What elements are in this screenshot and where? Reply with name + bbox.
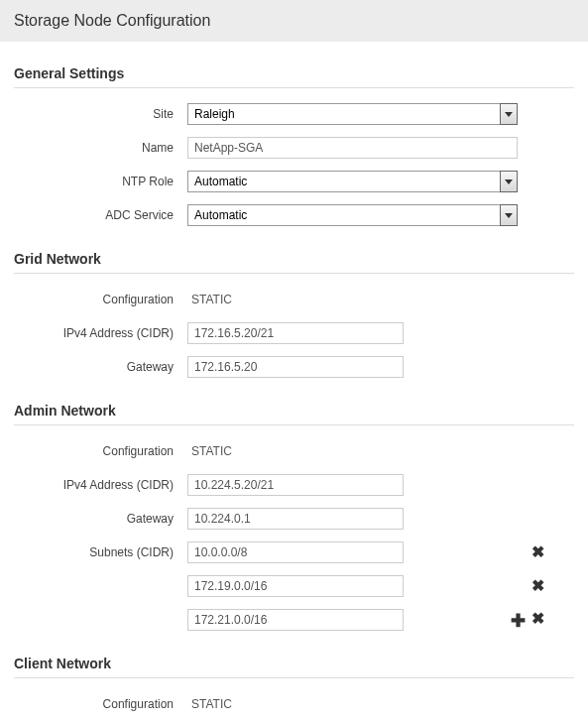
site-select[interactable] [187, 103, 518, 125]
control-cell [187, 171, 574, 192]
label-grid-gateway: Gateway [14, 360, 187, 374]
control-cell [187, 103, 574, 125]
client-config-value: STATIC [187, 697, 232, 711]
row-admin-subnet-2: ✚ ✖ [14, 608, 574, 632]
label-client-config: Configuration [14, 697, 187, 711]
section-rule [14, 424, 574, 425]
label-site: Site [14, 107, 187, 121]
control-cell: STATIC [187, 444, 574, 458]
ntp-select-wrap [187, 171, 518, 192]
admin-subnet-input[interactable] [187, 541, 404, 563]
row-admin-config: Configuration STATIC [14, 439, 574, 463]
label-adc: ADC Service [14, 208, 187, 222]
adc-select[interactable] [187, 204, 518, 226]
section-rule [14, 677, 574, 678]
section-rule [14, 273, 574, 274]
grid-gateway-input[interactable] [187, 356, 404, 378]
label-admin-config: Configuration [14, 444, 187, 458]
section-rule [14, 87, 574, 88]
page-title: Storage Node Configuration [14, 12, 574, 30]
admin-subnet-input[interactable] [187, 575, 404, 597]
admin-ipv4-input[interactable] [187, 474, 404, 496]
control-cell [187, 356, 574, 378]
name-input[interactable] [187, 137, 518, 159]
adc-select-wrap [187, 204, 518, 226]
row-actions: ✚ ✖ [511, 611, 544, 629]
control-cell: STATIC [187, 293, 574, 306]
control-cell: ✖ [187, 575, 574, 597]
label-admin-ipv4: IPv4 Address (CIDR) [14, 478, 187, 492]
row-grid-config: Configuration STATIC [14, 288, 574, 311]
label-admin-gateway: Gateway [14, 512, 187, 526]
admin-config-value: STATIC [187, 444, 232, 458]
row-adc: ADC Service [14, 203, 574, 227]
label-name: Name [14, 141, 187, 155]
remove-icon[interactable]: ✖ [531, 611, 544, 629]
label-grid-config: Configuration [14, 293, 187, 306]
admin-subnet-input[interactable] [187, 609, 404, 631]
row-actions: ✖ [531, 578, 544, 594]
label-grid-ipv4: IPv4 Address (CIDR) [14, 326, 187, 340]
row-admin-gateway: Gateway [14, 507, 574, 531]
section-title-admin: Admin Network [14, 403, 574, 419]
control-cell: STATIC [187, 697, 574, 711]
header-bar: Storage Node Configuration [0, 0, 588, 42]
section-title-client: Client Network [14, 656, 574, 671]
label-admin-subnets: Subnets (CIDR) [14, 545, 187, 559]
control-cell [187, 322, 574, 344]
label-ntp: NTP Role [14, 175, 187, 188]
row-actions: ✖ [531, 544, 544, 560]
control-cell [187, 204, 574, 226]
row-grid-ipv4: IPv4 Address (CIDR) [14, 321, 574, 345]
row-site: Site [14, 102, 574, 126]
add-icon[interactable]: ✚ [511, 612, 526, 630]
row-client-config: Configuration STATIC [14, 692, 574, 716]
row-ntp: NTP Role [14, 170, 574, 193]
row-grid-gateway: Gateway [14, 355, 574, 379]
control-cell [187, 508, 574, 530]
site-select-wrap [187, 103, 518, 125]
control-cell: ✖ [187, 541, 574, 563]
admin-gateway-input[interactable] [187, 508, 404, 530]
section-title-grid: Grid Network [14, 251, 574, 267]
section-title-general: General Settings [14, 65, 574, 81]
row-admin-ipv4: IPv4 Address (CIDR) [14, 473, 574, 497]
grid-ipv4-input[interactable] [187, 322, 404, 344]
ntp-select[interactable] [187, 171, 518, 192]
content: General Settings Site Name NTP Role ADC … [0, 65, 588, 720]
row-admin-subnet-1: ✖ [14, 574, 574, 598]
control-cell: ✚ ✖ [187, 609, 574, 631]
remove-icon[interactable]: ✖ [531, 578, 544, 594]
grid-config-value: STATIC [187, 293, 232, 306]
row-name: Name [14, 136, 574, 160]
row-admin-subnet-0: Subnets (CIDR) ✖ [14, 540, 574, 564]
remove-icon[interactable]: ✖ [531, 544, 544, 560]
control-cell [187, 474, 574, 496]
control-cell [187, 137, 574, 159]
